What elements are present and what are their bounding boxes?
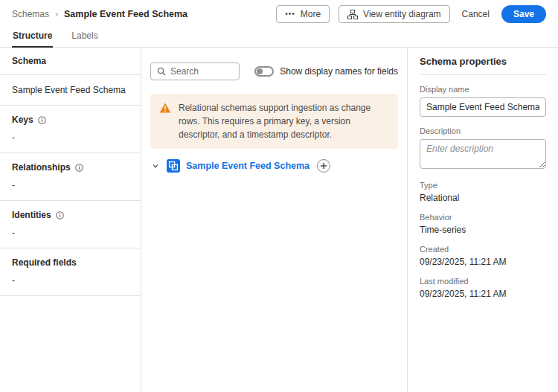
identities-section-title: Identities bbox=[12, 210, 51, 220]
tab-labels[interactable]: Labels bbox=[71, 28, 98, 47]
type-field-group: Type Relational bbox=[420, 181, 546, 203]
warning-banner: Relational schemas support ingestion as … bbox=[150, 94, 398, 149]
top-bar: Schemas › Sample Event Feed Schema ••• M… bbox=[0, 0, 558, 26]
tab-structure[interactable]: Structure bbox=[12, 28, 53, 47]
description-textarea[interactable] bbox=[420, 139, 546, 169]
view-entity-diagram-button[interactable]: View entity diagram bbox=[339, 5, 450, 23]
schema-structure-canvas: Show display names for fields Relational… bbox=[141, 48, 407, 392]
created-label: Created bbox=[420, 245, 546, 254]
sidebar-section-required-fields: Required fields - bbox=[0, 248, 141, 296]
last-modified-field-group: Last modified 09/23/2025, 11:21 AM bbox=[420, 277, 546, 299]
page-title: Sample Event Feed Schema bbox=[64, 9, 187, 19]
sidebar-item-schema[interactable]: Sample Event Feed Schema bbox=[0, 75, 141, 106]
display-names-toggle[interactable] bbox=[254, 66, 274, 77]
description-field-group: Description bbox=[420, 126, 546, 171]
relationships-info-icon[interactable] bbox=[75, 164, 83, 172]
add-field-button[interactable] bbox=[317, 159, 330, 173]
behavior-label: Behavior bbox=[420, 213, 546, 222]
relationships-section-title: Relationships bbox=[12, 162, 71, 173]
search-box bbox=[150, 62, 240, 80]
cancel-button[interactable]: Cancel bbox=[459, 5, 493, 23]
composition-sidebar: Schema Sample Event Feed Schema Keys - R… bbox=[0, 48, 141, 392]
display-names-toggle-row: Show display names for fields bbox=[254, 66, 398, 77]
last-modified-label: Last modified bbox=[420, 277, 546, 286]
top-bar-actions: ••• More View entity diagram Cancel Save bbox=[276, 5, 546, 23]
chevron-down-icon[interactable] bbox=[150, 162, 161, 170]
schema-heading-label: Schema bbox=[12, 56, 129, 66]
created-field-group: Created 09/23/2025, 11:21 AM bbox=[420, 245, 546, 267]
tab-bar: Structure Labels bbox=[0, 26, 558, 48]
canvas-toolbar: Show display names for fields bbox=[150, 62, 398, 80]
schema-root-node-label[interactable]: Sample Event Feed Schema bbox=[186, 161, 310, 171]
warning-text: Relational schemas support ingestion as … bbox=[179, 101, 389, 141]
ellipsis-icon: ••• bbox=[285, 10, 295, 18]
last-modified-value: 09/23/2025, 11:21 AM bbox=[420, 289, 546, 299]
content-area: Schema Sample Event Feed Schema Keys - R… bbox=[0, 48, 558, 392]
breadcrumb-schemas-link[interactable]: Schemas bbox=[12, 9, 49, 19]
schema-root-node: Sample Event Feed Schema bbox=[150, 159, 398, 173]
search-input[interactable] bbox=[170, 66, 233, 77]
more-button[interactable]: ••• More bbox=[276, 5, 330, 23]
sidebar-section-identities: Identities - bbox=[0, 201, 141, 248]
type-label: Type bbox=[420, 181, 546, 190]
warning-triangle-icon bbox=[159, 103, 171, 141]
required-fields-section-value: - bbox=[12, 275, 129, 286]
schema-editor-app: Schemas › Sample Event Feed Schema ••• M… bbox=[0, 0, 558, 392]
diagram-icon bbox=[347, 10, 358, 19]
display-name-field-group: Display name bbox=[420, 85, 546, 117]
display-name-input[interactable] bbox=[420, 97, 546, 117]
plus-icon bbox=[320, 162, 327, 170]
schema-properties-panel: Schema properties Display name Descripti… bbox=[407, 48, 558, 392]
display-name-label: Display name bbox=[420, 85, 546, 94]
identities-info-icon[interactable] bbox=[56, 211, 64, 219]
keys-section-title: Keys bbox=[12, 115, 33, 125]
schema-union-icon bbox=[167, 159, 180, 173]
breadcrumb: Schemas › Sample Event Feed Schema bbox=[12, 9, 187, 19]
relationships-section-value: - bbox=[12, 180, 129, 190]
behavior-field-group: Behavior Time-series bbox=[420, 213, 546, 235]
sidebar-section-relationships: Relationships - bbox=[0, 153, 141, 201]
behavior-value: Time-series bbox=[420, 225, 546, 235]
breadcrumb-separator-icon: › bbox=[55, 9, 58, 19]
properties-panel-title: Schema properties bbox=[420, 55, 546, 75]
identities-section-value: - bbox=[12, 228, 129, 238]
required-fields-section-title: Required fields bbox=[12, 257, 77, 268]
display-names-toggle-label: Show display names for fields bbox=[280, 66, 398, 77]
save-button[interactable]: Save bbox=[501, 5, 546, 23]
description-label: Description bbox=[420, 126, 546, 135]
keys-info-icon[interactable] bbox=[38, 116, 46, 124]
created-value: 09/23/2025, 11:21 AM bbox=[420, 257, 546, 267]
keys-section-value: - bbox=[12, 132, 129, 143]
more-button-label: More bbox=[301, 9, 321, 19]
sidebar-section-keys: Keys - bbox=[0, 106, 141, 153]
sidebar-schema-heading: Schema bbox=[0, 48, 141, 75]
search-icon bbox=[157, 67, 166, 76]
view-entity-diagram-label: View entity diagram bbox=[363, 9, 441, 19]
type-value: Relational bbox=[420, 193, 546, 203]
